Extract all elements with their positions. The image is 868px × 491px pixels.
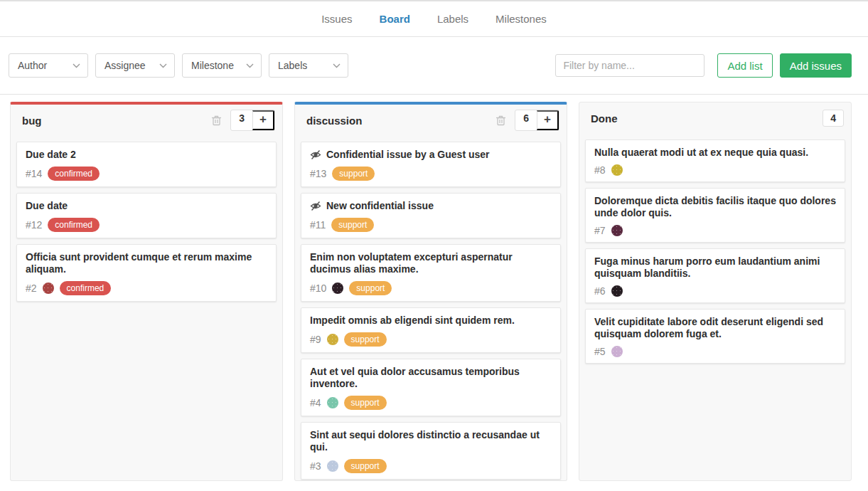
issue-number: #8 — [594, 164, 606, 176]
issue-card[interactable]: Fuga minus harum porro eum laudantium an… — [585, 248, 845, 303]
assignee-avatar[interactable] — [327, 460, 338, 472]
assignee-avatar[interactable] — [611, 346, 623, 357]
issue-number: #5 — [594, 346, 606, 357]
tab-labels[interactable]: Labels — [437, 13, 468, 25]
assignee-avatar[interactable] — [611, 164, 623, 176]
board-list: bug 3 + Due date 2 #14 — [10, 102, 283, 481]
issue-title[interactable]: New confidential issue — [326, 200, 434, 212]
issue-title[interactable]: Velit cupiditate labore odit deserunt el… — [594, 316, 836, 340]
label-badge[interactable]: support — [331, 218, 374, 232]
list-header: Done 4 — [579, 102, 851, 134]
issue-title[interactable]: Due date — [26, 200, 68, 212]
list-count: 3 — [231, 110, 252, 130]
label-badge[interactable]: support — [332, 167, 375, 181]
issue-number: #10 — [310, 283, 326, 294]
list-header: bug 3 + — [11, 105, 282, 136]
filter-by-name-input[interactable] — [555, 54, 704, 77]
issue-number: #12 — [26, 219, 42, 231]
add-list-button[interactable]: Add list — [717, 53, 772, 78]
list-cards: Confidential issue by a Guest user #13 s… — [295, 136, 567, 480]
tab-milestones[interactable]: Milestones — [495, 13, 547, 25]
issue-title[interactable]: Officia sunt provident cumque et rerum m… — [26, 251, 267, 275]
delete-list-icon[interactable] — [495, 115, 506, 126]
issue-title[interactable]: Aut et vel quia dolor accusamus temporib… — [310, 366, 552, 390]
assignee-avatar[interactable] — [43, 283, 54, 294]
list-count-control: 3 + — [230, 110, 275, 131]
labels-filter-label: Labels — [278, 60, 307, 71]
board-list: Done 4 Nulla quaerat modi ut at ex neque… — [579, 102, 852, 481]
label-badge[interactable]: support — [349, 281, 392, 295]
author-filter-label: Author — [18, 60, 47, 71]
issue-number: #6 — [594, 285, 606, 297]
issue-card[interactable]: Due date #12 confirmed — [16, 193, 277, 238]
card-meta: #13 support — [310, 167, 552, 181]
board: bug 3 + Due date 2 #14 — [0, 95, 868, 481]
card-meta: #9 support — [310, 332, 552, 347]
issue-card[interactable]: New confidential issue #11 support — [301, 193, 561, 238]
issue-title[interactable]: Doloremque dicta debitis facilis itaque … — [594, 195, 836, 219]
add-card-button[interactable]: + — [537, 110, 559, 130]
issue-card[interactable]: Impedit omnis ab eligendi sint quidem re… — [301, 307, 561, 353]
labels-filter-dropdown[interactable]: Labels — [269, 53, 348, 78]
issue-number: #7 — [594, 225, 606, 236]
chevron-down-icon — [159, 63, 167, 68]
issue-card[interactable]: Doloremque dicta debitis facilis itaque … — [585, 188, 845, 243]
card-meta: #12 confirmed — [26, 218, 267, 232]
label-badge[interactable]: support — [344, 332, 387, 347]
issue-card[interactable]: Enim non voluptatem excepturi aspernatur… — [301, 244, 561, 302]
assignee-avatar[interactable] — [611, 225, 623, 236]
assignee-filter-dropdown[interactable]: Assignee — [95, 53, 175, 78]
label-badge[interactable]: support — [344, 459, 387, 473]
tab-board[interactable]: Board — [380, 13, 410, 25]
card-meta: #3 support — [310, 459, 552, 473]
issue-title[interactable]: Confidential issue by a Guest user — [326, 149, 490, 161]
label-badge[interactable]: confirmed — [48, 167, 100, 181]
milestone-filter-dropdown[interactable]: Milestone — [182, 53, 262, 78]
board-list: discussion 6 + — [294, 102, 567, 481]
card-meta: #5 — [594, 346, 836, 357]
issue-card[interactable]: Officia sunt provident cumque et rerum m… — [16, 244, 277, 302]
issue-number: #14 — [26, 168, 42, 179]
issue-card[interactable]: Confidential issue by a Guest user #13 s… — [301, 142, 561, 187]
issue-title[interactable]: Sint aut sequi dolores distinctio a recu… — [310, 429, 552, 453]
issue-card[interactable]: Sint aut sequi dolores distinctio a recu… — [301, 422, 561, 480]
issue-number: #13 — [310, 168, 326, 179]
chevron-down-icon — [246, 63, 254, 68]
list-cards: Due date 2 #14 confirmed Due date #12 co… — [11, 136, 282, 480]
issue-card[interactable]: Velit cupiditate labore odit deserunt el… — [585, 309, 845, 364]
delete-list-icon[interactable] — [211, 115, 222, 126]
card-meta: #10 support — [310, 281, 552, 295]
chevron-down-icon — [73, 63, 80, 68]
issue-number: #2 — [26, 283, 37, 294]
label-badge[interactable]: support — [344, 396, 387, 410]
issue-card[interactable]: Aut et vel quia dolor accusamus temporib… — [301, 359, 561, 416]
assignee-avatar[interactable] — [611, 285, 623, 297]
label-badge[interactable]: confirmed — [48, 218, 100, 232]
assignee-avatar[interactable] — [327, 397, 338, 408]
issue-title[interactable]: Due date 2 — [26, 149, 76, 161]
card-meta: #8 — [594, 164, 836, 176]
issue-title[interactable]: Impedit omnis ab eligendi sint quidem re… — [310, 315, 515, 327]
list-title: bug — [22, 115, 42, 127]
milestone-filter-label: Milestone — [191, 60, 234, 71]
card-meta: #11 support — [310, 218, 552, 232]
list-count-control: 4 — [823, 110, 844, 127]
issue-title[interactable]: Enim non voluptatem excepturi aspernatur… — [310, 251, 552, 275]
assignee-avatar[interactable] — [332, 283, 343, 294]
issue-card[interactable]: Due date 2 #14 confirmed — [16, 142, 277, 187]
issue-number: #11 — [310, 219, 326, 231]
add-card-button[interactable]: + — [252, 110, 274, 130]
issue-title[interactable]: Nulla quaerat modi ut at ex neque quia q… — [594, 147, 808, 159]
issue-title[interactable]: Fuga minus harum porro eum laudantium an… — [594, 255, 836, 280]
assignee-avatar[interactable] — [327, 334, 338, 345]
chevron-down-icon — [333, 63, 341, 68]
add-issues-button[interactable]: Add issues — [780, 53, 852, 78]
label-badge[interactable]: confirmed — [60, 281, 112, 295]
author-filter-dropdown[interactable]: Author — [9, 53, 88, 78]
filter-bar: Author Assignee Milestone Labels Add lis… — [0, 37, 868, 95]
card-meta: #7 — [594, 225, 836, 236]
card-meta: #14 confirmed — [26, 167, 267, 181]
tab-issues[interactable]: Issues — [321, 13, 352, 25]
card-meta: #4 support — [310, 396, 552, 410]
issue-card[interactable]: Nulla quaerat modi ut at ex neque quia q… — [585, 139, 845, 182]
